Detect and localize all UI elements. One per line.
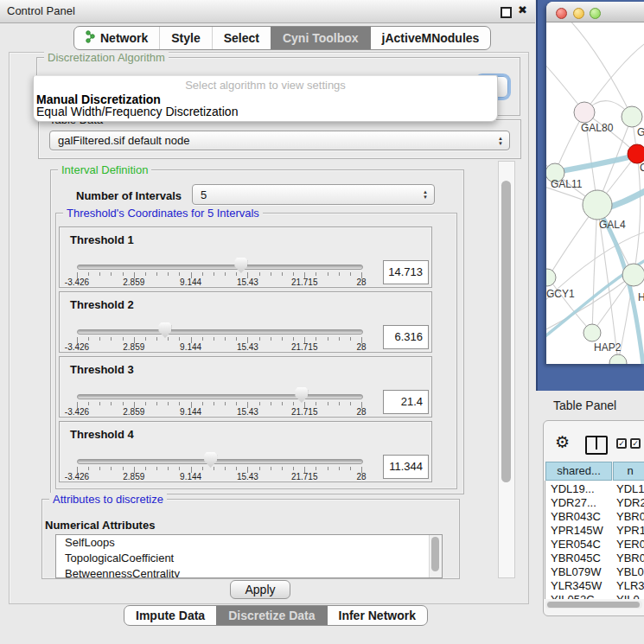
list-scrollbar[interactable]	[429, 535, 442, 577]
minimize-button[interactable]	[573, 8, 584, 19]
cell-shared-name[interactable]: YDR27...	[551, 496, 596, 510]
cell-name[interactable]: YDR2	[616, 496, 644, 510]
node-label: GAL11	[551, 178, 583, 190]
cell-name[interactable]: YDL1	[616, 482, 644, 496]
slider-tick-labels: -3.4262.8599.14415.4321.71528	[77, 472, 361, 481]
checkbox-icon[interactable]: ✓	[616, 438, 627, 449]
cell-shared-name[interactable]: YER054C	[551, 538, 601, 552]
column-header-shared-name[interactable]: shared...	[545, 462, 612, 481]
numerical-attributes-label: Numerical Attributes	[45, 519, 155, 532]
network-canvas[interactable]: GAL80GCGAL11GAL4GCY1HHAP2	[546, 22, 644, 364]
table-row[interactable]: YIL052CYIL0	[545, 593, 644, 599]
threshold-slider-track[interactable]	[77, 459, 363, 464]
cell-shared-name[interactable]: YBL079W	[551, 565, 602, 579]
column-header-name[interactable]: n	[613, 462, 644, 481]
node-hap2[interactable]	[583, 324, 601, 341]
node-gal80[interactable]	[574, 102, 595, 123]
tab-style[interactable]: Style	[159, 27, 211, 49]
stepper-arrows-icon: ▲▼	[423, 190, 428, 200]
attribute-item-selfloops[interactable]: SelfLoops	[56, 535, 442, 551]
settings-scrollbar-thumb[interactable]	[501, 181, 511, 482]
algorithm-option-equal-width-frequency-discretization[interactable]: Equal Width/Frequency Discretization	[34, 105, 497, 118]
cell-name[interactable]: YBR0	[616, 552, 644, 565]
table-hscrollbar[interactable]	[545, 601, 642, 609]
tab-cyni-toolbox[interactable]: Cyni Toolbox	[271, 27, 370, 49]
cell-shared-name[interactable]: YPR145W	[551, 524, 603, 538]
table-row[interactable]: YBR043CYBR0	[545, 510, 644, 524]
table-data-combobox[interactable]: galFiltered.sif default node ▲▼	[49, 131, 510, 150]
tab-jactivemnodules[interactable]: jActiveMNodules	[370, 27, 491, 49]
tab-label: Network	[100, 31, 148, 45]
number-of-intervals-combobox[interactable]: 5 ▲▼	[192, 184, 435, 205]
node-label: HAP2	[594, 341, 622, 354]
column-view-icon[interactable]	[585, 436, 608, 455]
float-icon[interactable]	[501, 7, 512, 18]
threshold-slider-track[interactable]	[77, 329, 363, 335]
bottom-tab-infer-network[interactable]: Infer Network	[327, 606, 427, 625]
thresholds-group-title: Threshold's Coordinates for 5 Intervals	[63, 207, 263, 220]
cell-shared-name[interactable]: YIL052C	[551, 593, 595, 599]
threshold-value-field[interactable]: 6.316	[383, 325, 429, 349]
cell-shared-name[interactable]: YLR345W	[551, 579, 602, 593]
node-h[interactable]	[622, 264, 644, 286]
attribute-item-topologicalcoefficient[interactable]: TopologicalCoefficient	[56, 551, 442, 566]
bottom-tab-discretize-data[interactable]: Discretize Data	[216, 606, 326, 625]
threshold-slider-track[interactable]	[77, 394, 363, 399]
table-row[interactable]: YLR345WYLR3	[545, 579, 644, 593]
threshold-panel-3: Threshold 3-3.4262.8599.14415.4321.71528…	[59, 356, 432, 418]
network-window: GAL80GCGAL11GAL4GCY1HHAP2	[546, 2, 644, 364]
cell-name[interactable]: YLR3	[616, 579, 644, 593]
checkbox-icon[interactable]: ✓	[630, 438, 641, 449]
list-scrollbar-thumb[interactable]	[431, 537, 439, 571]
cell-shared-name[interactable]: YDL19...	[551, 482, 595, 496]
table-row[interactable]: YBR045CYBR0	[545, 552, 644, 565]
threshold-slider-thumb[interactable]	[234, 258, 247, 273]
close-button[interactable]	[556, 8, 567, 19]
cell-name[interactable]: YIL0	[616, 593, 640, 599]
settings-scrollbar[interactable]	[498, 161, 515, 578]
threshold-slider-thumb[interactable]	[204, 452, 217, 468]
zoom-button[interactable]	[590, 8, 601, 19]
network-window-titlebar[interactable]	[546, 2, 644, 22]
table-row[interactable]: YDR27...YDR2	[545, 496, 644, 510]
tab-network[interactable]: Network	[74, 27, 159, 49]
threshold-value-field[interactable]: 11.344	[383, 455, 429, 479]
cell-shared-name[interactable]: YBR045C	[551, 552, 601, 565]
algorithm-option-manual-discretization[interactable]: Manual Discretization	[34, 93, 497, 105]
attribute-items: SelfLoopsTopologicalCoefficientBetweenne…	[56, 535, 442, 578]
threshold-value-field[interactable]: 14.713	[383, 260, 429, 284]
threshold-slider-thumb[interactable]	[295, 387, 308, 403]
node-g[interactable]	[622, 106, 642, 127]
table-row[interactable]: YDL19...YDL1	[545, 482, 644, 496]
tab-label: jActiveMNodules	[382, 31, 480, 45]
cell-name[interactable]: YPR1	[616, 524, 644, 538]
node-gal4[interactable]	[583, 190, 612, 220]
threshold-value-field[interactable]: 21.4	[383, 390, 429, 414]
close-icon[interactable]: ✖	[518, 3, 527, 16]
table-row[interactable]: YPR145WYPR1	[545, 524, 644, 538]
tab-select[interactable]: Select	[212, 27, 271, 49]
attribute-item-betweennesscentrality[interactable]: BetweennessCentrality	[56, 566, 442, 578]
table-hscrollbar-thumb[interactable]	[547, 602, 640, 608]
algorithm-popup: Select algorithm to view settings Manual…	[33, 75, 498, 122]
gear-icon[interactable]: ⚙	[555, 432, 570, 451]
table-row[interactable]: YBL079WYBL0	[545, 565, 644, 579]
apply-button[interactable]: Apply	[230, 580, 290, 599]
cell-name[interactable]: YBR0	[616, 510, 644, 524]
threshold-slider-track[interactable]	[77, 265, 363, 270]
cell-name[interactable]: YER0	[616, 538, 644, 552]
node-unlabeled[interactable]	[609, 354, 627, 364]
node-label: C	[640, 162, 644, 174]
cell-name[interactable]: YBL0	[616, 565, 644, 579]
table-row[interactable]: YER054CYER0	[545, 538, 644, 552]
cell-shared-name[interactable]: YBR043C	[551, 510, 601, 524]
threshold-label: Threshold 4	[70, 428, 134, 441]
node-c[interactable]	[628, 144, 644, 163]
threshold-slider-thumb[interactable]	[158, 322, 171, 338]
bottom-tab-impute-data[interactable]: Impute Data	[124, 606, 216, 625]
node-gcy1[interactable]	[546, 269, 556, 286]
slider-tick-labels: -3.4262.8599.14415.4321.71528	[77, 342, 361, 352]
table-data-value: galFiltered.sif default node	[58, 134, 189, 147]
table-panel-title: Table Panel	[553, 399, 616, 412]
numerical-attributes-list[interactable]: SelfLoopsTopologicalCoefficientBetweenne…	[55, 534, 443, 578]
